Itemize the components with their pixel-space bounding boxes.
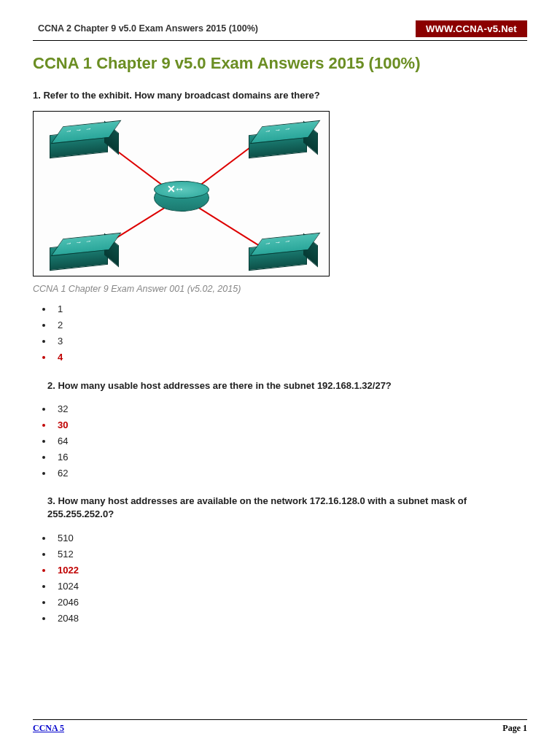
document-page: CCNA 2 Chapter 9 v5.0 Exam Answers 2015 … [0,0,560,747]
header-left-title: CCNA 2 Chapter 9 v5.0 Exam Answers 2015 … [33,20,416,37]
page-title: CCNA 1 Chapter 9 v5.0 Exam Answers 2015 … [33,54,527,73]
answer-option: 32 [53,401,527,417]
answer-option: 510 [53,530,527,546]
router-icon: ✕↔ [154,181,208,213]
question-3-prompt: 3. How many host addresses are available… [47,495,527,521]
question-2-answers: 32 30 64 16 62 [33,401,527,481]
answer-option: 2048 [53,611,527,627]
page-number: Page 1 [502,723,527,734]
switch-icon: → → → [249,234,314,269]
switch-icon: → → → [249,122,314,157]
answer-option: 62 [53,465,527,481]
question-1-prompt: 1. Refer to the exhibit. How many broadc… [33,89,527,102]
header-rule [33,40,527,41]
answer-option: 1 [53,301,527,317]
question-1-answers: 1 2 3 4 [33,301,527,365]
page-footer: CCNA 5 Page 1 [33,719,527,734]
question-2-prompt: 2. How many usable host addresses are th… [47,379,527,392]
switch-icon: → → → [50,122,115,157]
question-3-answers: 510 512 1022 1024 2046 2048 [33,530,527,627]
header-site-badge: WWW.CCNA-v5.Net [416,20,527,37]
answer-option-correct: 30 [53,417,527,433]
exhibit-caption: CCNA 1 Chapter 9 Exam Answer 001 (v5.02,… [33,284,527,294]
switch-icon: → → → [50,234,115,269]
header-row: CCNA 2 Chapter 9 v5.0 Exam Answers 2015 … [33,20,527,37]
answer-option: 2 [53,317,527,333]
answer-option: 3 [53,333,527,349]
answer-option: 16 [53,449,527,465]
answer-option: 2046 [53,595,527,611]
answer-option: 512 [53,546,527,562]
answer-option-correct: 4 [53,349,527,365]
footer-link[interactable]: CCNA 5 [33,723,64,734]
answer-option-correct: 1022 [53,562,527,578]
network-exhibit: ✕↔ → → → → → → → → → → → → [33,111,330,276]
answer-option: 64 [53,433,527,449]
footer-rule [33,719,527,720]
answer-option: 1024 [53,578,527,595]
